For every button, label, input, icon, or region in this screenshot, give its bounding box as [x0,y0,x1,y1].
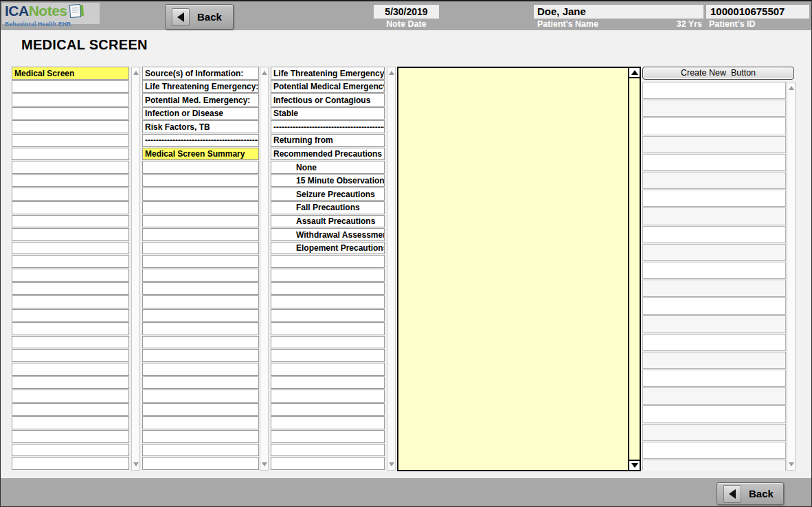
patient-id-label: Patient's ID [709,19,756,29]
note-date-label: Note Date [374,19,439,29]
option-list: Life Threatening EmergencyPotential Medi… [271,67,396,471]
list-item-empty [642,154,786,171]
list-item-empty [12,322,129,335]
list-item-empty [142,295,259,308]
scroll-up-arrow-icon[interactable] [629,68,640,78]
list-item-empty [142,403,259,416]
list-item[interactable]: Risk Factors, TB [142,120,259,133]
scroll-down-arrow-icon[interactable] [260,460,268,469]
list-item-empty [271,295,385,308]
list-item[interactable]: 15 Minute Observation [271,174,385,188]
list-item[interactable]: Potential Med. Emergency: [142,93,259,106]
list-item-empty [271,309,385,322]
list-item[interactable]: Elopement Precautions [271,242,385,255]
scroll-up-arrow-icon[interactable] [387,69,395,77]
list-item-empty [142,269,259,282]
list-item-empty [142,336,259,349]
list-item-empty [142,201,259,214]
list-item[interactable]: Seizure Precautions [271,188,385,201]
back-button-label: Back [749,488,774,499]
list-item-empty [642,244,786,261]
scroll-up-arrow-icon[interactable] [132,69,139,77]
scroll-up-arrow-icon[interactable] [787,84,795,92]
list-item-empty [271,363,385,376]
list-item-empty [271,403,385,416]
scroll-down-arrow-icon[interactable] [387,460,395,469]
medical-screen-nav-list: Medical Screen [12,67,140,471]
back-arrow-icon [172,8,190,26]
list-item-empty [12,269,129,282]
scroll-down-arrow-icon[interactable] [787,460,795,469]
top-bar: ICANotes Behavioral Health EHR Back 5/30… [1,1,811,30]
list-item-empty [12,201,129,214]
bottom-bar [1,478,811,507]
scroll-down-arrow-icon[interactable] [629,460,640,470]
list-item-empty [271,282,385,295]
list-item-empty [12,93,129,106]
medical-screen-note-area[interactable] [397,67,641,471]
list-item[interactable]: Stable [271,107,385,120]
list-item-empty [12,430,129,443]
list-item[interactable]: Potential Medical Emergency [271,80,385,93]
list-item-empty [142,390,259,403]
note-date-field[interactable]: 5/30/2019 [374,5,439,19]
list-item[interactable]: Withdrawal Assessment [271,228,385,241]
back-button-top[interactable]: Back [165,4,234,30]
list-item-empty [12,255,129,268]
scroll-up-arrow-icon[interactable] [260,69,268,77]
scrollbar[interactable] [131,67,140,471]
list-item-empty [271,376,385,390]
note-text[interactable] [398,68,627,470]
section-list: Source(s) of Information:Life Threatenin… [142,67,269,471]
create-new-button[interactable]: Create New Button [642,67,794,80]
list-item-empty [12,457,129,470]
list-item[interactable]: ----------------------------------------… [271,120,385,133]
note-scrollbar[interactable] [628,68,640,470]
list-item-empty [142,349,259,362]
list-item[interactable]: Medical Screen Summary [142,148,259,161]
list-item-empty [271,336,385,349]
patient-id-field[interactable]: 1000010675507 [706,5,809,19]
list-item-empty [12,134,129,147]
list-item-empty [642,442,786,459]
list-item[interactable]: Medical Screen [12,67,129,80]
list-item-empty [642,280,786,297]
list-item[interactable]: Fall Precautions [271,201,385,214]
list-item[interactable]: Assault Precautions [271,215,385,228]
list-item[interactable]: Infectious or Contagious [271,93,385,106]
list-item[interactable]: Infection or Disease [142,107,259,120]
list-item-empty [12,215,129,228]
list-item-empty [271,457,385,470]
logo-tagline: Behavioral Health EHR [5,19,98,30]
list-item-empty [142,444,259,457]
list-item-empty [642,117,786,135]
patient-name-label: Patient's Name [537,19,598,29]
list-item[interactable]: Life Threatening Emergency [271,67,385,80]
list-item[interactable]: Source(s) of Information: [142,67,259,80]
list-item[interactable]: Recommended Precautions [271,148,385,161]
back-button-label: Back [197,11,222,23]
list-item[interactable]: Life Threatening Emergency: [142,80,259,93]
scrollbar[interactable] [260,67,269,471]
list-item-empty [642,207,786,225]
list-item[interactable]: ----------------------------------------… [142,134,259,147]
list-item-empty [12,282,129,295]
list-item-empty [12,188,129,201]
list-item-empty [12,336,129,349]
scrollbar[interactable] [387,67,396,471]
list-item[interactable]: None [271,161,385,174]
icanotes-logo: ICANotes Behavioral Health EHR [2,3,100,24]
back-button-bottom[interactable]: Back [717,482,784,505]
list-item-empty [12,376,129,390]
app-window: ICANotes Behavioral Health EHR Back 5/30… [0,0,812,507]
scroll-down-arrow-icon[interactable] [132,460,139,469]
list-item-empty [271,269,385,282]
scrollbar[interactable] [787,82,796,471]
list-item-empty [142,376,259,390]
patient-name-field[interactable]: Doe, Jane [534,5,703,19]
list-item[interactable]: Returning from [271,134,385,147]
list-item-empty [271,255,385,268]
saved-buttons-list [642,82,796,471]
list-item-empty [642,172,786,189]
list-item-empty [12,161,129,174]
